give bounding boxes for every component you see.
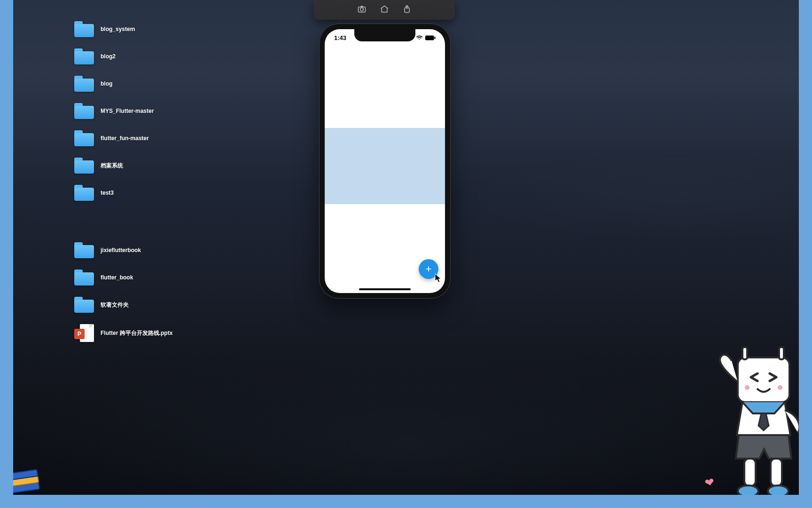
share-button[interactable] (401, 4, 413, 16)
share-icon (402, 4, 412, 16)
desktop-item[interactable]: blog_system (74, 21, 172, 37)
content-band (325, 128, 445, 204)
svg-point-1 (360, 8, 364, 11)
folder-icon (74, 297, 94, 313)
desktop-icons-column: blog_systemblog2blogMYS_Flutter-masterfl… (74, 21, 172, 342)
home-button[interactable] (378, 4, 390, 16)
status-time: 1:43 (334, 34, 346, 41)
folder-icon (74, 103, 94, 119)
desktop-item-label: flutter_book (101, 274, 133, 281)
folder-icon (74, 130, 94, 146)
desktop-item-label: test3 (101, 190, 114, 196)
camera-icon (357, 4, 367, 16)
pptx-badge: P (74, 329, 85, 339)
desktop-item-label: MYS_Flutter-master (101, 108, 154, 114)
wifi-icon (416, 35, 423, 40)
macos-desktop: ode blog_systemblog2blogMYS_Flutter-mast… (13, 0, 799, 495)
folder-icon (74, 242, 94, 258)
simulator-toolbar (314, 0, 455, 20)
folder-icon (74, 21, 94, 37)
desktop-item[interactable]: jixieflutterbook (74, 242, 172, 258)
battery-icon (425, 35, 436, 40)
desktop-item-label: jixieflutterbook (101, 247, 141, 254)
desktop-item-label: Flutter 跨平台开发路线.pptx (101, 329, 172, 337)
desktop-item[interactable]: MYS_Flutter-master (74, 103, 172, 119)
desktop-item[interactable]: flutter_fun-master (74, 130, 172, 146)
folder-icon (74, 76, 94, 92)
device-notch (354, 29, 415, 41)
desktop-item[interactable]: 软著文件夹 (74, 297, 172, 313)
folder-icon (74, 158, 94, 174)
screenshot-button[interactable] (356, 4, 368, 16)
folder-icon (74, 185, 94, 201)
desktop-item[interactable]: test3 (74, 185, 172, 201)
desktop-item-label: flutter_fun-master (101, 135, 149, 142)
plus-icon: + (426, 263, 432, 275)
desktop-item[interactable]: 档案系统 (74, 158, 172, 174)
desktop-item-label: blog_system (101, 26, 135, 32)
flutter-app-body: + (325, 29, 445, 293)
desktop-item-label: 软著文件夹 (101, 301, 129, 309)
svg-rect-3 (425, 35, 434, 40)
desktop-item[interactable]: flutter_book (74, 270, 172, 286)
desktop-item[interactable]: blog (74, 76, 172, 92)
home-icon (380, 4, 389, 16)
pptx-file-icon: P (74, 324, 94, 342)
simulator-screen[interactable]: 1:43 + (325, 29, 445, 293)
folder-icon (74, 270, 94, 286)
desktop-item-label: blog (101, 80, 112, 87)
svg-rect-4 (434, 36, 435, 39)
desktop-item[interactable]: blog2 (74, 48, 172, 64)
desktop-item-label: 档案系统 (101, 162, 123, 170)
desktop-item[interactable]: PFlutter 跨平台开发路线.pptx (74, 324, 172, 342)
ios-simulator-device: 1:43 + (319, 24, 451, 299)
home-indicator (359, 288, 411, 290)
folder-icon (74, 48, 94, 64)
floating-action-button[interactable]: + (419, 259, 438, 279)
desktop-item-label: blog2 (101, 53, 116, 60)
